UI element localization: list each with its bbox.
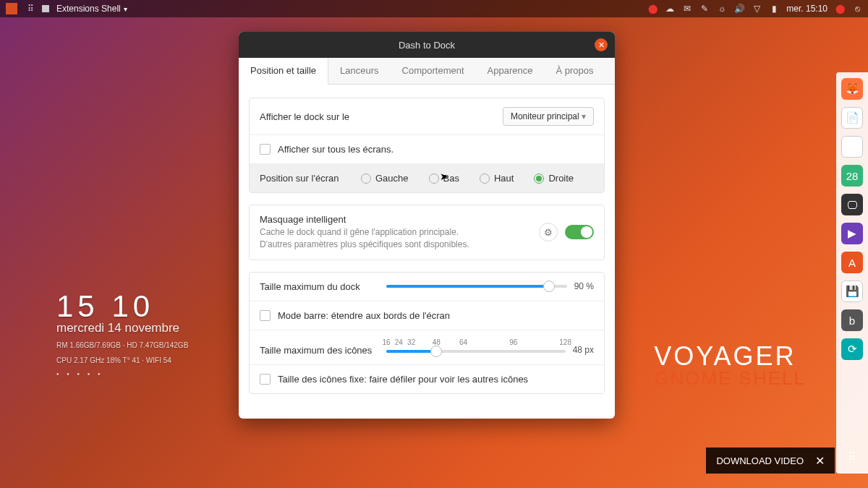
dock-size-slider[interactable] [386, 285, 567, 288]
close-icon[interactable]: ✕ [815, 454, 825, 468]
tab-appearance[interactable]: Apparence [476, 58, 545, 84]
brightness-icon[interactable]: ☼ [717, 4, 727, 14]
tab-launchers[interactable]: Lanceurs [328, 58, 390, 84]
activities-icon[interactable] [6, 3, 17, 14]
apps-grid-icon[interactable]: ⠿ [25, 4, 35, 14]
download-video-overlay[interactable]: DOWNLOAD VIDEO ✕ [706, 448, 835, 474]
dialog-title: Dash to Dock [399, 40, 455, 51]
wifi-icon[interactable]: ▽ [752, 4, 762, 14]
close-button[interactable]: ✕ [595, 38, 608, 51]
clock-date: mercredi 14 novembre [56, 321, 188, 335]
dialog-titlebar[interactable]: Dash to Dock ✕ [239, 32, 615, 58]
radio-top[interactable] [480, 174, 490, 184]
all-screens-checkbox[interactable] [260, 144, 271, 155]
mail-icon[interactable]: ✉ [682, 4, 692, 14]
record-icon[interactable]: ⬤ [647, 4, 658, 14]
download-label: DOWNLOAD VIDEO [716, 455, 804, 466]
top-panel: ⠿ Extensions Shell ⬤ ☁ ✉ ✎ ☼ 🔊 ▽ ▮ mer. … [0, 0, 868, 17]
icon-size-value: 48 px [573, 345, 594, 355]
autohide-card: Masquage intelligent Cache le dock quand… [249, 205, 605, 260]
app-menu[interactable]: Extensions Shell [56, 4, 127, 14]
round-app-icon[interactable]: b [841, 309, 863, 331]
firefox-icon[interactable]: 🦊 [841, 78, 863, 100]
radio-bottom[interactable] [429, 174, 439, 184]
text-editor-icon[interactable]: ✎ [841, 136, 863, 158]
autohide-desc: Cache le dock quand il gêne l'applicatio… [260, 226, 491, 251]
monitor-card: Afficher le dock sur le Moniteur princip… [249, 98, 605, 193]
tab-about[interactable]: À propos [544, 58, 605, 84]
edit-icon[interactable]: ✎ [699, 4, 710, 14]
sync-icon[interactable]: ⟳ [841, 338, 863, 360]
radio-left[interactable] [361, 174, 371, 184]
notes-icon[interactable]: 📄 [841, 107, 863, 129]
cloud-icon[interactable]: ☁ [665, 4, 675, 14]
size-card: Taille maximum du dock 90 % Mode barre: … [249, 272, 605, 394]
show-apps-icon[interactable]: ⠿ [841, 446, 863, 468]
position-radio-group: Gauche Bas Haut Droite [361, 173, 594, 184]
save-icon[interactable]: 💾 [841, 281, 863, 302]
volume-icon[interactable]: 🔊 [734, 4, 744, 14]
display-icon[interactable]: 🖵 [841, 194, 863, 215]
power-icon[interactable]: ⬤ [835, 4, 845, 14]
dash-to-dock: 🦊 📄 ✎ 28 🖵 ▶ A 💾 b ⟳ ⠿ [836, 72, 868, 474]
fixed-icon-checkbox[interactable] [260, 374, 271, 385]
sys-line-2: CPU 2.17 GHz 18% T° 41 · WIFI 54 [56, 355, 188, 366]
calendar-icon[interactable]: 28 [841, 165, 863, 187]
icon-size-slider[interactable]: 16 24 32 48 64 96 128 [386, 350, 566, 353]
icon-size-label: Taille maximum des icônes [260, 345, 379, 356]
tab-behavior[interactable]: Comportement [391, 58, 476, 84]
dock-size-value: 90 % [574, 281, 594, 291]
autohide-title: Masquage intelligent [260, 214, 532, 225]
dash-to-dock-dialog: Dash to Dock ✕ Position et taille Lanceu… [239, 32, 615, 419]
clock-time: 15 10 [56, 289, 188, 324]
extend-label: Mode barre: étendre aux bords de l'écran [278, 310, 450, 321]
extend-checkbox[interactable] [260, 310, 271, 321]
workspace-pager[interactable]: • • • • • [56, 370, 188, 378]
user-icon[interactable]: ⎋ [852, 4, 862, 14]
dialog-tabs: Position et taille Lanceurs Comportement… [239, 58, 615, 85]
autohide-settings-button[interactable]: ⚙ [539, 223, 558, 241]
window-icon [42, 5, 49, 12]
sys-line-1: RM 1.66GB/7.69GB · HD 7.47GB/142GB [56, 340, 188, 351]
radio-right[interactable] [534, 174, 544, 184]
fixed-icon-label: Taille des icônes fixe: faire défiler po… [278, 374, 528, 385]
media-icon[interactable]: ▶ [841, 223, 863, 244]
monitor-label: Afficher le dock sur le [260, 111, 495, 122]
monitor-dropdown[interactable]: Moniteur principal [503, 107, 594, 126]
wallpaper-brand: VOYAGER GNOME SHELL [654, 341, 806, 390]
battery-icon[interactable]: ▮ [769, 4, 779, 14]
dock-size-label: Taille maximum du dock [260, 281, 379, 292]
autohide-toggle[interactable] [565, 225, 594, 239]
brand-line-2: GNOME SHELL [654, 367, 806, 390]
position-label: Position sur l'écran [260, 173, 354, 184]
all-screens-label: Afficher sur tous les écrans. [278, 144, 393, 155]
software-icon[interactable]: A [841, 252, 863, 273]
desktop-clock-widget: 15 10 mercredi 14 novembre RM 1.66GB/7.6… [56, 289, 188, 378]
tab-position[interactable]: Position et taille [239, 58, 328, 85]
clock[interactable]: mer. 15:10 [786, 4, 827, 14]
